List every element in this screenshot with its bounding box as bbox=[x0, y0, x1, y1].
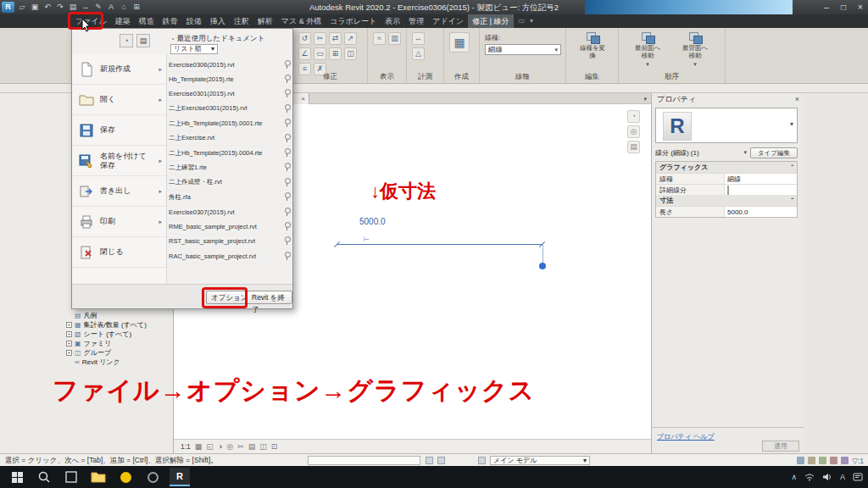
ime-indicator[interactable]: A bbox=[840, 473, 845, 481]
measure-tool-icon[interactable]: ↔ bbox=[412, 32, 425, 45]
file-menu-item-export[interactable]: 書き出し ▸ bbox=[72, 176, 166, 207]
mirror-icon[interactable]: ⇄ bbox=[329, 32, 342, 45]
browser-item-schedules[interactable]: + ▦ 集計表/数量 (すべて) bbox=[66, 320, 147, 330]
recent-doc[interactable]: Hb_Template(2015).rte bbox=[169, 72, 291, 86]
array-icon[interactable]: ⊞ bbox=[329, 47, 342, 60]
recent-doc[interactable]: 二上練習1.rte bbox=[169, 161, 291, 175]
visual-style-icon[interactable]: ◱ bbox=[206, 442, 214, 451]
file-menu-item-new[interactable]: 新規作成 ▸ bbox=[72, 54, 166, 85]
chevron-down-icon[interactable]: ▾ bbox=[790, 120, 793, 128]
dimension-drag-handle[interactable]: ⊢ bbox=[364, 236, 370, 243]
wifi-icon[interactable] bbox=[804, 473, 815, 481]
file-menu-item-save-as[interactable]: 名前を付けて保存 ▸ bbox=[72, 146, 166, 176]
design-option-dropdown[interactable]: メイン モデル ▾ bbox=[490, 456, 590, 465]
tab-insert[interactable]: 挿入 bbox=[206, 14, 230, 28]
move-icon[interactable]: ↗ bbox=[344, 32, 357, 45]
recent-doc[interactable]: 二上Hb_Template(2015).0004.rte bbox=[169, 146, 291, 160]
pin-icon[interactable] bbox=[283, 163, 291, 172]
recent-doc[interactable]: Exercise0307(2015).rvt bbox=[169, 205, 291, 219]
thin-lines-icon[interactable]: ≈ bbox=[373, 32, 386, 45]
tab-architecture[interactable]: 建築 bbox=[111, 14, 135, 28]
recent-doc[interactable]: 角柱.rfa bbox=[169, 191, 291, 205]
detail-line-checkbox-cell[interactable] bbox=[724, 185, 797, 195]
revit-taskbar-button[interactable]: R bbox=[170, 468, 190, 486]
pin-icon[interactable] bbox=[283, 75, 291, 84]
recent-doc[interactable]: Exercise0306(2015).rvt bbox=[169, 58, 291, 72]
collapse-icon[interactable]: ˆ bbox=[791, 195, 793, 206]
pin-icon[interactable] bbox=[283, 60, 291, 69]
pin-icon[interactable] bbox=[283, 252, 291, 261]
bring-to-front-button[interactable]: 最前面へ移動 ▾ bbox=[629, 32, 666, 68]
pin-icon[interactable] bbox=[283, 89, 291, 98]
recent-doc[interactable]: RAC_basic_sample_project.rvt bbox=[169, 249, 291, 263]
select-pinned-icon[interactable] bbox=[830, 457, 837, 464]
pin-icon[interactable] bbox=[283, 208, 291, 217]
browser-item-revit-links[interactable]: ∞ Revit リンク bbox=[75, 358, 120, 367]
detail-level-icon[interactable]: ▦ bbox=[195, 442, 203, 451]
exit-revit-button[interactable]: Revit を終了 bbox=[247, 291, 292, 304]
shadows-icon[interactable]: ◑ bbox=[218, 442, 222, 451]
minimize-button[interactable]: – bbox=[821, 0, 832, 14]
pin-icon[interactable] bbox=[283, 134, 291, 143]
scale-control[interactable]: 1:1 bbox=[181, 442, 191, 451]
steering-wheel-icon[interactable]: ◔ bbox=[627, 110, 640, 123]
chevron-down-icon[interactable]: ▾ bbox=[743, 149, 747, 156]
select-links-icon[interactable] bbox=[819, 457, 826, 464]
selection-filter-count[interactable]: ▽:1 bbox=[852, 457, 864, 465]
save-icon[interactable]: ▣ bbox=[30, 0, 40, 14]
checkbox-icon[interactable] bbox=[727, 186, 729, 195]
tab-analyze[interactable]: 解析 bbox=[253, 14, 277, 28]
recent-sort-dropdown[interactable]: リスト順 ▾ bbox=[170, 44, 218, 54]
switch-windows-icon[interactable]: ⊞ bbox=[131, 0, 142, 14]
selection-summary[interactable]: 線分 (細線) (1) bbox=[655, 148, 743, 158]
expand-icon[interactable]: + bbox=[66, 331, 72, 337]
browser-item-sheets[interactable]: + ▧ シート (すべて) bbox=[66, 330, 131, 339]
recent-doc[interactable]: RME_basic_sample_project.rvt bbox=[169, 219, 291, 234]
reveal-hidden-icon[interactable]: ⊡ bbox=[271, 442, 278, 451]
browser-item-legends[interactable]: ▤ 凡例 bbox=[75, 311, 97, 320]
pin-icon[interactable] bbox=[283, 148, 291, 158]
apply-button[interactable]: 適用 bbox=[762, 441, 799, 452]
tab-structure[interactable]: 構造 bbox=[135, 14, 159, 28]
show-crop-icon[interactable]: ▤ bbox=[248, 442, 256, 451]
rotate-icon[interactable]: ↺ bbox=[298, 32, 311, 45]
tab-addins[interactable]: アドイン bbox=[428, 14, 468, 28]
tray-expand-icon[interactable]: ∧ bbox=[791, 473, 797, 481]
taskbar-search[interactable] bbox=[34, 468, 54, 486]
recent-doc[interactable]: 二上作成壁・柱.rvt bbox=[169, 175, 291, 190]
send-to-back-button[interactable]: 最背面へ移動 ▾ bbox=[676, 32, 714, 68]
ribbon-display-toggle-icon[interactable]: ▭ bbox=[519, 14, 526, 28]
dimension-grip-dot[interactable] bbox=[539, 263, 546, 269]
properties-close-icon[interactable]: × bbox=[795, 93, 799, 105]
browser-item-families[interactable]: + ▣ ファミリ bbox=[66, 339, 111, 348]
split-icon[interactable]: ✂ bbox=[314, 32, 326, 45]
view-tab-list-icon[interactable]: ▾ bbox=[643, 93, 647, 104]
file-menu-item-close[interactable]: 閉じる bbox=[72, 237, 166, 268]
restore-button[interactable]: □ bbox=[838, 0, 849, 14]
open-icon[interactable]: ▱ bbox=[17, 0, 27, 14]
pin-icon[interactable] bbox=[283, 178, 291, 187]
pin-icon[interactable] bbox=[283, 192, 291, 202]
file-menu-item-save[interactable]: 保存 bbox=[72, 115, 166, 146]
select-by-face-icon[interactable] bbox=[841, 457, 849, 464]
recent-doc[interactable]: 二上Hb_Template(2015).0001.rte bbox=[169, 117, 291, 131]
press-drag-icon[interactable] bbox=[808, 457, 815, 464]
close-button[interactable]: × bbox=[855, 0, 865, 14]
open-documents-toggle[interactable]: ▤ bbox=[136, 34, 150, 47]
zoom-icon[interactable]: ◎ bbox=[627, 125, 640, 138]
hide-icon[interactable]: ▥ bbox=[388, 32, 401, 45]
tab-systems[interactable]: 設備 bbox=[182, 14, 206, 28]
pin-icon[interactable] bbox=[283, 119, 291, 128]
expand-icon[interactable]: + bbox=[66, 341, 72, 347]
text-icon[interactable]: A bbox=[106, 0, 116, 14]
tab-collaborate[interactable]: コラボレート bbox=[326, 14, 381, 28]
start-button[interactable] bbox=[7, 468, 27, 486]
redo-icon[interactable]: ↷ bbox=[55, 0, 65, 14]
pan-icon[interactable]: ▤ bbox=[627, 141, 640, 153]
scale-icon[interactable]: ◫ bbox=[344, 47, 357, 60]
trim-icon[interactable]: ∠ bbox=[298, 47, 311, 60]
recent-documents-toggle[interactable]: ◔ bbox=[120, 34, 133, 47]
pin-icon[interactable] bbox=[283, 104, 291, 114]
crop-view-icon[interactable]: ✂ bbox=[237, 442, 244, 451]
temporary-hide-icon[interactable]: ◫ bbox=[259, 442, 267, 451]
